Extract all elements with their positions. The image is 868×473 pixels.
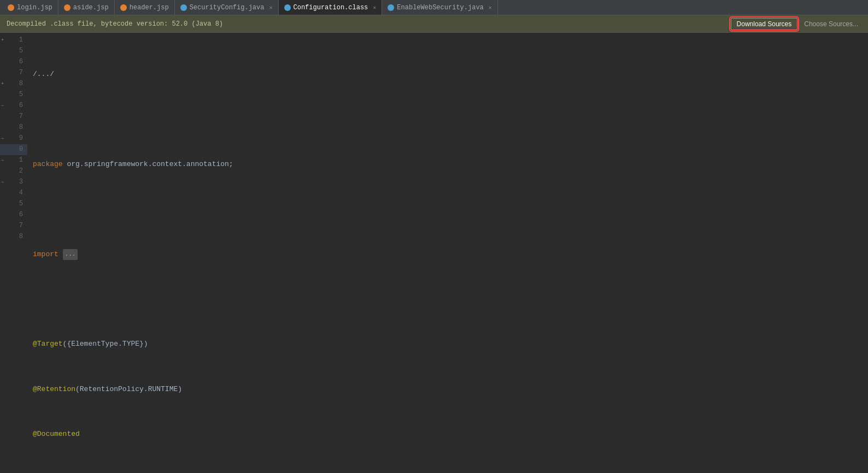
tab-label-configuration: Configuration.class xyxy=(294,4,368,11)
import-collapsed[interactable]: ... xyxy=(63,249,78,260)
line-num-18: 8 xyxy=(0,232,27,243)
tab-bar: login.jsp aside.jsp header.jsp SecurityC… xyxy=(0,0,868,15)
line-numbers: + 1 5 6 7 + 8 5 − 6 7 8 − 9 0 − 1 2 − 3 … xyxy=(0,33,27,473)
tab-close-enablewebsecurity[interactable]: ✕ xyxy=(489,4,492,11)
info-bar-right: Download Sources Choose Sources... xyxy=(731,18,861,30)
annotation-documented: @Documented xyxy=(33,429,80,440)
tab-enablewebsecurity[interactable]: EnableWebSecurity.java ✕ xyxy=(382,0,497,15)
code-line-7a xyxy=(33,204,868,215)
keyword-package: package xyxy=(33,159,67,170)
line-num-15: 5 xyxy=(0,199,27,210)
tab-icon-enablewebsecurity xyxy=(388,4,394,11)
code-text: /.../ xyxy=(33,69,58,80)
tab-login[interactable]: login.jsp xyxy=(2,0,58,15)
fold-icon-1[interactable]: + xyxy=(1,37,4,44)
line-num-1: + 1 xyxy=(0,35,27,46)
line-num-9: − 9 xyxy=(0,133,27,144)
tab-close-configuration[interactable]: ✕ xyxy=(373,4,376,11)
tab-icon-header xyxy=(120,4,127,11)
line-num-8b: 8 xyxy=(0,122,27,133)
code-line-target: @Target({ElementType.TYPE}) xyxy=(33,339,868,350)
info-bar-left: Decompiled .class file, bytecode version… xyxy=(7,20,223,28)
tab-securityconfig[interactable]: SecurityConfig.java ✕ xyxy=(175,0,279,15)
fold-icon-13[interactable]: − xyxy=(1,179,4,186)
tab-icon-securityconfig xyxy=(180,4,187,11)
annotation-retention: @Retention xyxy=(33,384,75,395)
fold-icon-11[interactable]: − xyxy=(1,157,4,164)
code-line-retention: @Retention(RetentionPolicy.RUNTIME) xyxy=(33,384,868,395)
line-num-8a: + 8 xyxy=(0,79,27,90)
annotation-target: @Target xyxy=(33,339,63,350)
download-sources-button[interactable]: Download Sources xyxy=(731,18,798,30)
tab-configuration[interactable]: Configuration.class ✕ xyxy=(279,0,383,15)
package-name: org.springframework.context.annotation; xyxy=(67,159,233,170)
tab-label-aside: aside.jsp xyxy=(73,4,109,11)
code-line-5b xyxy=(33,294,868,305)
tab-icon-login xyxy=(8,4,14,11)
line-num-5a: 5 xyxy=(0,46,27,57)
line-num-11: − 1 xyxy=(0,155,27,166)
tab-header[interactable]: header.jsp xyxy=(115,0,175,15)
choose-sources-button[interactable]: Choose Sources... xyxy=(801,19,861,29)
fold-icon-9[interactable]: − xyxy=(1,135,4,143)
line-num-7b: 7 xyxy=(0,111,27,122)
line-num-6b: − 6 xyxy=(0,100,27,111)
line-num-7a: 7 xyxy=(0,68,27,79)
line-num-12: 2 xyxy=(0,166,27,177)
code-line-documented: @Documented xyxy=(33,429,868,440)
code-content[interactable]: /.../ package org.springframework.contex… xyxy=(27,33,868,473)
line-num-13: − 3 xyxy=(0,177,27,188)
fold-icon-6b[interactable]: − xyxy=(1,102,4,110)
code-line-6a: package org.springframework.context.anno… xyxy=(33,159,868,170)
line-num-17: 7 xyxy=(0,221,27,232)
line-num-14: 4 xyxy=(0,188,27,199)
line-num-5b: 5 xyxy=(0,90,27,100)
line-num-16: 6 xyxy=(0,210,27,221)
tab-aside[interactable]: aside.jsp xyxy=(58,0,115,15)
keyword-import: import xyxy=(33,249,63,261)
tab-close-securityconfig[interactable]: ✕ xyxy=(269,4,272,11)
tab-icon-aside xyxy=(64,4,71,11)
info-bar: Decompiled .class file, bytecode version… xyxy=(0,15,868,33)
tab-label-enablewebsecurity: EnableWebSecurity.java xyxy=(397,4,483,11)
tab-icon-configuration xyxy=(284,4,291,11)
tab-label-login: login.jsp xyxy=(17,4,52,11)
editor-area: + 1 5 6 7 + 8 5 − 6 7 8 − 9 0 − 1 2 − 3 … xyxy=(0,33,868,473)
code-line-1: /.../ xyxy=(33,69,868,80)
line-num-6a: 6 xyxy=(0,57,27,68)
decompiled-message: Decompiled .class file, bytecode version… xyxy=(7,20,223,28)
code-line-5a xyxy=(33,114,868,125)
tab-label-securityconfig: SecurityConfig.java xyxy=(190,4,265,11)
line-num-10: 0 xyxy=(0,144,27,155)
fold-icon-8[interactable]: + xyxy=(1,80,4,88)
tab-label-header: header.jsp xyxy=(130,4,169,11)
code-line-8a: import ... xyxy=(33,249,868,260)
